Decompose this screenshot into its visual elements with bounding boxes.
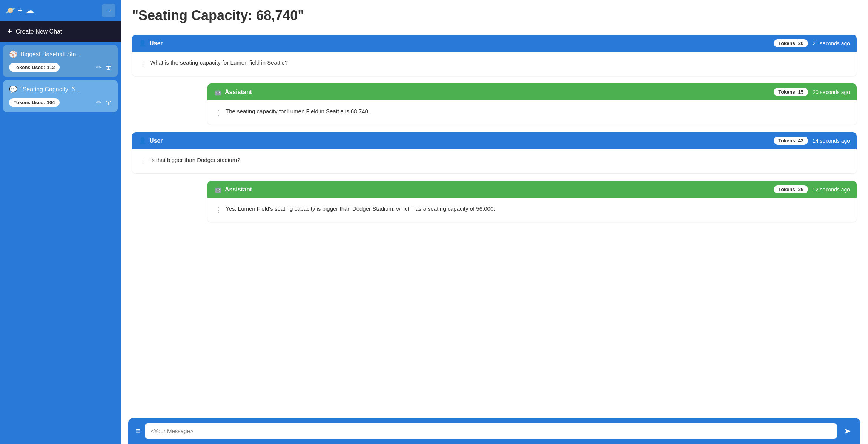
role-label: Assistant [225, 186, 252, 193]
message-header-right: Tokens: 43 14 seconds ago [774, 137, 850, 145]
logo-area: 🪐 + ☁ [5, 6, 34, 15]
message-block-user-1: 👤 User Tokens: 20 21 seconds ago ⋮ What … [132, 35, 857, 76]
message-block-assistant-2: 🤖 Assistant Tokens: 26 12 seconds ago ⋮ … [207, 181, 857, 222]
dots-icon: ⋮ [140, 156, 146, 166]
delete-chat-button[interactable]: 🗑 [106, 99, 112, 106]
send-button[interactable]: ➤ [842, 424, 853, 438]
chat-item-footer: Tokens Used: 104 ✏ 🗑 [9, 98, 112, 107]
dots-icon: ⋮ [140, 59, 146, 69]
input-area: ≡ ➤ [128, 418, 860, 444]
timestamp: 20 seconds ago [813, 89, 850, 95]
message-block-assistant-1: 🤖 Assistant Tokens: 15 20 seconds ago ⋮ … [207, 83, 857, 125]
user-icon: 👤 [139, 40, 146, 47]
message-header-left: 🤖 Assistant [214, 186, 252, 193]
delete-chat-button[interactable]: 🗑 [106, 64, 112, 71]
sidebar-header: 🪐 + ☁ → [0, 0, 121, 21]
message-body: ⋮ What is the seating capacity for Lumen… [132, 52, 857, 76]
chat-item-title: 💬 "Seating Capacity: 6... [9, 85, 112, 94]
logo-icon: 🪐 + [5, 6, 23, 15]
chat-actions: ✏ 🗑 [96, 64, 112, 71]
baseball-icon: ⚾ [9, 50, 17, 59]
chat-item[interactable]: ⚾ Biggest Baseball Sta... Tokens Used: 1… [3, 45, 118, 77]
chat-item-footer: Tokens Used: 112 ✏ 🗑 [9, 63, 112, 72]
message-header-right: Tokens: 26 12 seconds ago [774, 185, 850, 193]
tokens-badge: Tokens Used: 112 [9, 63, 60, 72]
tokens-pill: Tokens: 26 [774, 185, 808, 193]
chat-item-title-text: Biggest Baseball Sta... [20, 51, 81, 58]
role-label: User [149, 40, 163, 47]
sidebar: 🪐 + ☁ → + Create New Chat ⚾ Biggest Base… [0, 0, 121, 444]
timestamp: 12 seconds ago [813, 187, 850, 193]
timestamp: 21 seconds ago [813, 40, 850, 46]
tokens-pill: Tokens: 43 [774, 137, 808, 145]
message-body: ⋮ The seating capacity for Lumen Field i… [207, 100, 857, 125]
message-body: ⋮ Yes, Lumen Field's seating capacity is… [207, 198, 857, 222]
tokens-pill: Tokens: 20 [774, 39, 808, 47]
input-prefix-icon: ≡ [136, 427, 140, 435]
message-header: 🤖 Assistant Tokens: 26 12 seconds ago [207, 181, 857, 198]
chat-title: "Seating Capacity: 68,740" [121, 0, 868, 31]
message-header: 👤 User Tokens: 20 21 seconds ago [132, 35, 857, 52]
create-new-chat-label: Create New Chat [16, 28, 62, 35]
chat-item-title: ⚾ Biggest Baseball Sta... [9, 50, 112, 59]
main-content: "Seating Capacity: 68,740" 👤 User Tokens… [121, 0, 868, 444]
role-label: User [149, 137, 163, 144]
message-header-left: 🤖 Assistant [214, 88, 252, 96]
dots-icon: ⋮ [215, 205, 222, 215]
message-input[interactable] [145, 423, 837, 439]
plus-icon: + [8, 27, 12, 36]
message-header-right: Tokens: 20 21 seconds ago [774, 39, 850, 47]
message-text: What is the seating capacity for Lumen f… [150, 59, 288, 67]
timestamp: 14 seconds ago [813, 138, 850, 144]
role-label: Assistant [225, 89, 252, 96]
create-new-chat-button[interactable]: + Create New Chat [0, 21, 121, 42]
message-block-user-2: 👤 User Tokens: 43 14 seconds ago ⋮ Is th… [132, 132, 857, 173]
chat-item[interactable]: 💬 "Seating Capacity: 6... Tokens Used: 1… [3, 80, 118, 112]
forward-icon: → [105, 7, 112, 15]
edit-chat-button[interactable]: ✏ [96, 99, 101, 106]
message-text: The seating capacity for Lumen Field in … [226, 107, 370, 116]
dots-icon: ⋮ [215, 108, 222, 118]
message-header-left: 👤 User [139, 40, 163, 47]
chat-bubble-icon: 💬 [9, 85, 17, 94]
assistant-icon: 🤖 [214, 186, 222, 193]
message-body: ⋮ Is that bigger than Dodger stadium? [132, 149, 857, 173]
message-header: 👤 User Tokens: 43 14 seconds ago [132, 132, 857, 149]
message-text: Is that bigger than Dodger stadium? [150, 156, 240, 165]
message-header: 🤖 Assistant Tokens: 15 20 seconds ago [207, 83, 857, 100]
assistant-icon: 🤖 [214, 88, 222, 96]
chat-actions: ✏ 🗑 [96, 99, 112, 106]
cloud-icon: ☁ [26, 6, 34, 15]
messages-area: 👤 User Tokens: 20 21 seconds ago ⋮ What … [121, 31, 868, 418]
tokens-pill: Tokens: 15 [774, 88, 808, 96]
user-icon: 👤 [139, 137, 146, 144]
send-icon: ➤ [844, 426, 851, 436]
message-header-left: 👤 User [139, 137, 163, 144]
chat-list: ⚾ Biggest Baseball Sta... Tokens Used: 1… [0, 42, 121, 444]
message-text: Yes, Lumen Field's seating capacity is b… [226, 205, 495, 213]
edit-chat-button[interactable]: ✏ [96, 64, 101, 71]
tokens-badge: Tokens Used: 104 [9, 98, 60, 107]
chat-item-title-text: "Seating Capacity: 6... [20, 86, 80, 93]
forward-button[interactable]: → [102, 4, 115, 17]
message-header-right: Tokens: 15 20 seconds ago [774, 88, 850, 96]
